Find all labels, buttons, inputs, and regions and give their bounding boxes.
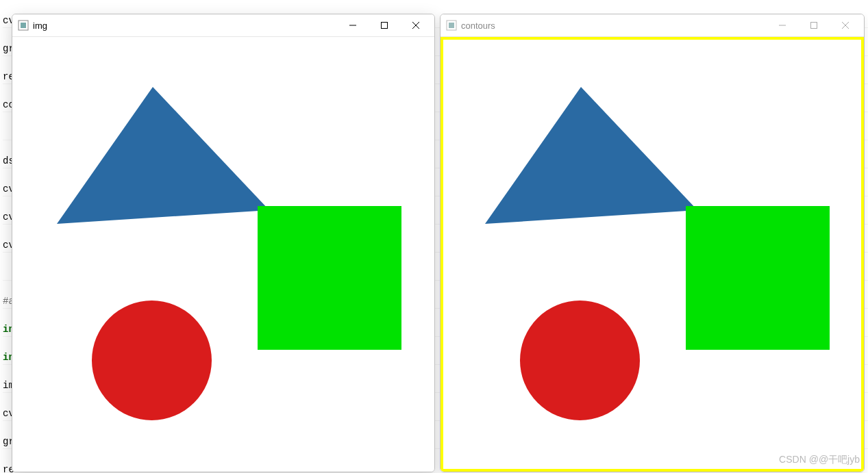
titlebar-img[interactable]: img	[12, 14, 434, 37]
svg-rect-8	[449, 23, 454, 28]
app-icon	[18, 20, 29, 31]
svg-rect-3	[382, 23, 388, 29]
square-shape	[686, 206, 830, 350]
triangle-shape	[478, 84, 697, 227]
minimize-button[interactable]	[337, 15, 369, 36]
window-img[interactable]: img	[12, 14, 435, 472]
square-shape	[258, 206, 401, 350]
canvas-contours	[441, 37, 864, 472]
titlebar-contours[interactable]: contours	[441, 14, 864, 37]
circle-shape	[92, 301, 212, 420]
app-icon	[446, 20, 457, 31]
window-contours[interactable]: contours	[440, 14, 865, 472]
maximize-button[interactable]	[369, 15, 400, 36]
svg-rect-10	[811, 23, 817, 29]
close-button[interactable]	[400, 15, 432, 36]
svg-marker-6	[57, 87, 269, 224]
minimize-button[interactable]	[767, 15, 798, 36]
window-title: contours	[461, 21, 495, 31]
circle-shape	[520, 301, 640, 420]
canvas-img	[12, 37, 434, 472]
svg-marker-13	[485, 87, 697, 224]
svg-rect-1	[21, 23, 26, 28]
window-title: img	[33, 21, 47, 31]
triangle-shape	[50, 84, 269, 227]
maximize-button[interactable]	[798, 15, 830, 36]
close-button[interactable]	[830, 15, 861, 36]
